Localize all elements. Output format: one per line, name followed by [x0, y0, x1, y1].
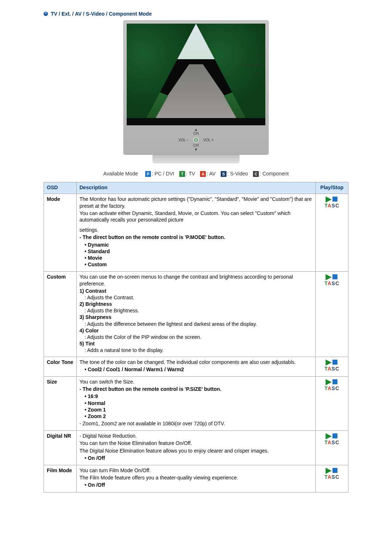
table-row: Custom You can use the on-screen menus t… — [44, 272, 348, 357]
tasc-badge: TASC — [324, 474, 339, 480]
mode-badge-av-icon: A — [200, 171, 206, 177]
section-header: TV / Ext. / AV / S-Video / Component Mod… — [44, 11, 348, 17]
tasc-badge: TASC — [324, 280, 339, 287]
stop-icon: ⏹ — [331, 357, 338, 366]
tv-controls: ▲CH VOL − ⏻ VOL + CH▼ — [127, 127, 265, 151]
row-playstop-filmmode: ▶⏹ TASC — [316, 465, 348, 493]
mode-badge-tv-icon: T — [179, 171, 185, 177]
tasc-badge: TASC — [324, 202, 339, 209]
row-desc-mode: The Monitor has four automatic picture s… — [77, 194, 316, 272]
row-playstop-colortone: ▶⏹ TASC — [316, 357, 348, 376]
row-playstop-size: ▶⏹ TASC — [316, 376, 348, 430]
table-row: Mode The Monitor has four automatic pict… — [44, 194, 348, 272]
th-description: Description — [77, 182, 316, 194]
table-header-row: OSD Description Play/Stop — [44, 182, 348, 194]
row-label-colortone: Color Tone — [44, 357, 77, 376]
table-row: Size You can switch the Size. - The dire… — [44, 376, 348, 430]
mode-badge-svideo-icon: S — [221, 171, 226, 177]
row-desc-custom: You can use the on-screen menus to chang… — [77, 272, 316, 357]
row-label-filmmode: Film Mode — [44, 465, 77, 493]
available-mode-legend: Available Mode P: PC / DVI T: TV A: AV S… — [44, 171, 348, 177]
row-desc-filmmode: You can turn Film Mode On/Off. The Film … — [77, 465, 316, 493]
row-desc-colortone: The tone of the color can be changed. Th… — [77, 357, 316, 376]
table-row: Color Tone The tone of the color can be … — [44, 357, 348, 376]
tasc-badge: TASC — [324, 385, 339, 392]
row-desc-digitalnr: - Digital Noise Reduction. You can turn … — [77, 431, 316, 465]
table-row: Film Mode You can turn Film Mode On/Off.… — [44, 465, 348, 493]
tv-illustration: ▲CH VOL − ⏻ VOL + CH▼ MENU ENTER / FM RA… — [123, 20, 269, 163]
row-label-custom: Custom — [44, 272, 77, 357]
mode-badge-pc-icon: P — [145, 171, 151, 177]
th-playstop: Play/Stop — [316, 182, 348, 194]
legend-label: Available Mode — [103, 171, 138, 177]
row-playstop-digitalnr: ▶⏹ TASC — [316, 431, 348, 465]
tv-side-labels: MENU ENTER / FM RADIO SOURCE PIP — [241, 50, 264, 90]
row-playstop-custom: ▶⏹ TASC — [316, 272, 348, 357]
tasc-badge: TASC — [324, 365, 339, 372]
tasc-badge: TASC — [324, 439, 339, 446]
play-icon: ▶ — [326, 357, 331, 366]
row-label-size: Size — [44, 376, 77, 430]
row-label-mode: Mode — [44, 194, 77, 272]
osd-table: OSD Description Play/Stop Mode The Monit… — [44, 182, 348, 492]
th-osd: OSD — [44, 182, 77, 194]
section-title: TV / Ext. / AV / S-Video / Component Mod… — [51, 11, 152, 17]
power-icon: ⏻ — [192, 136, 200, 143]
row-playstop-mode: ▶⏹ TASC — [316, 194, 348, 272]
mode-badge-component-icon: C — [253, 171, 259, 177]
table-row: Digital NR - Digital Noise Reduction. Yo… — [44, 431, 348, 465]
bullet-icon — [44, 12, 48, 16]
row-label-digitalnr: Digital NR — [44, 431, 77, 465]
row-desc-size: You can switch the Size. - The direct bu… — [77, 376, 316, 430]
